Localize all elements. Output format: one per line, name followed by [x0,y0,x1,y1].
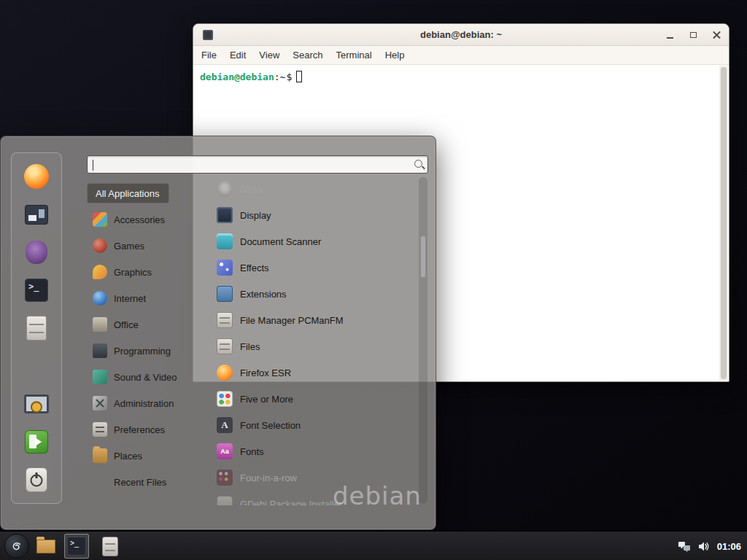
menu-search[interactable]: Search [286,50,329,61]
maximize-icon [690,32,697,38]
prompt-user-host: debian@debian [200,71,274,82]
window-controls [665,24,721,46]
category-all-applications[interactable]: All Applications [87,183,169,203]
category-recent-files[interactable]: Recent Files [87,472,172,492]
four-in-a-row-icon [217,470,233,486]
category-office[interactable]: Office [87,314,144,335]
games-icon [93,238,107,253]
taskbar-file-manager-button[interactable] [34,534,58,559]
menu-terminal[interactable]: Terminal [330,50,379,61]
menu-scrollbar[interactable] [419,177,427,504]
lock-screen-icon [24,394,49,413]
close-icon [713,31,721,39]
terminal-scrollbar[interactable] [719,66,728,381]
application-menu: All Applications Accessories Games Graph… [0,136,436,530]
category-sound-video[interactable]: Sound & Video [87,367,183,387]
accessories-icon [93,212,107,227]
system-tray: 01:06 [678,532,741,560]
terminal-scrollbar-thumb[interactable] [721,67,727,379]
app-document-scanner[interactable]: Document Scanner [211,228,418,254]
effects-icon [217,260,233,276]
category-games[interactable]: Games [87,236,150,256]
app-disks[interactable]: Disks [211,176,418,202]
five-or-more-icon [217,391,233,407]
terminal-cursor [296,71,302,82]
disks-icon [217,181,233,197]
menu-edit[interactable]: Edit [223,50,252,61]
extensions-icon [217,286,233,302]
taskbar-clock[interactable]: 01:06 [717,541,741,552]
favorite-firefox[interactable] [22,162,51,191]
logout-button[interactable] [22,427,51,456]
terminal-menubar: File Edit View Search Terminal Help [193,46,729,65]
category-administration[interactable]: Administration [87,393,179,413]
app-gdebi-package-installer[interactable]: GDebi Package Installer [211,491,418,505]
category-places[interactable]: Places [87,446,148,466]
menu-search-box [87,155,428,174]
logout-icon [25,430,48,454]
search-icon [414,160,422,168]
display-icon [217,207,233,223]
lock-screen-button[interactable] [22,389,51,419]
menu-help[interactable]: Help [379,50,411,61]
taskbar-files-button[interactable] [98,534,123,559]
favorite-messenger[interactable] [22,238,51,267]
category-internet[interactable]: Internet [87,288,152,308]
app-extensions[interactable]: Extensions [211,281,418,307]
minimize-button[interactable] [665,30,675,40]
app-file-manager-pcmanfm[interactable]: File Manager PCManFM [211,307,418,333]
app-font-selection[interactable]: Font Selection [211,412,418,438]
applications-list: Disks Display Document Scanner Effects E… [211,176,418,505]
sound-video-icon [93,370,107,384]
menu-scrollbar-thumb[interactable] [420,236,426,278]
favorite-image-viewer[interactable] [22,200,51,229]
administration-icon [93,396,107,411]
taskbar: 01:06 [0,531,747,560]
favorite-file-manager[interactable] [22,314,51,343]
app-display[interactable]: Display [211,202,418,228]
file-cabinet-icon [26,316,47,341]
minimize-icon [667,37,673,39]
maximize-button[interactable] [688,30,698,40]
firefox-icon [24,164,49,189]
file-cabinet-icon [217,338,233,354]
app-effects[interactable]: Effects [211,254,418,281]
app-four-in-a-row[interactable]: Four-in-a-row [211,464,418,491]
terminal-icon [67,537,86,556]
prompt-symbol: $ [286,71,292,82]
graphics-icon [93,265,107,279]
menu-view[interactable]: View [252,50,286,61]
office-icon [93,317,107,332]
category-preferences[interactable]: Preferences [87,419,171,440]
scanner-icon [217,233,233,249]
network-icon[interactable] [678,541,691,552]
favorite-terminal[interactable] [22,276,51,305]
search-input[interactable] [88,156,427,173]
category-accessories[interactable]: Accessories [87,209,171,230]
app-files[interactable]: Files [211,333,418,359]
app-firefox-esr[interactable]: Firefox ESR [211,359,418,386]
image-viewer-icon [25,205,48,225]
file-cabinet-icon [217,312,233,328]
debian-swirl-icon [8,537,26,555]
volume-icon[interactable] [698,541,710,552]
close-button[interactable] [711,30,721,40]
menu-button[interactable] [4,534,29,559]
desktop: debian@debian: ~ File Edit View Search T… [0,0,747,560]
taskbar-terminal-button[interactable] [64,534,89,559]
internet-icon [93,291,107,306]
terminal-prompt-line: debian@debian:~$ [193,65,729,82]
category-programming[interactable]: Programming [87,341,177,361]
category-graphics[interactable]: Graphics [87,262,158,282]
terminal-titlebar[interactable]: debian@debian: ~ [193,24,729,46]
files-icon [102,537,118,556]
terminal-icon [25,279,48,302]
shutdown-button[interactable] [22,465,51,494]
app-fonts[interactable]: Fonts [211,438,418,464]
text-caret [93,160,93,171]
category-list: All Applications Accessories Games Graph… [87,183,204,492]
places-icon [93,448,107,463]
menu-file[interactable]: File [195,50,223,61]
firefox-icon [217,365,233,381]
app-five-or-more[interactable]: Five or More [211,386,418,412]
